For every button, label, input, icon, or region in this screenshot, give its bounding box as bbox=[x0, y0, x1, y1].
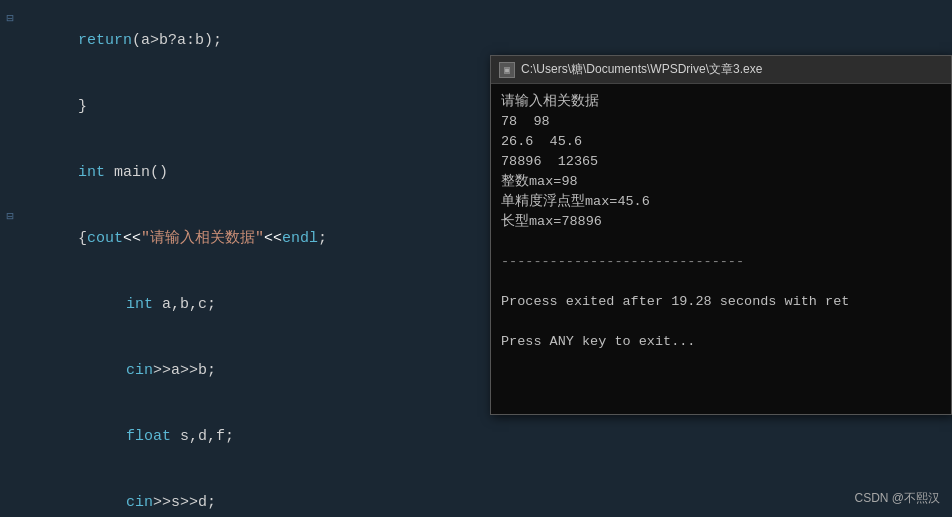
terminal-output-line: 78 98 bbox=[501, 112, 941, 132]
terminal-icon bbox=[499, 62, 515, 78]
terminal-output-line: 请输入相关数据 bbox=[501, 92, 941, 112]
terminal-divider-line: ------------------------------ bbox=[501, 252, 941, 272]
code-text: main() bbox=[114, 164, 168, 181]
terminal-output-line: 整数max=98 bbox=[501, 172, 941, 192]
string: "请输入相关数据" bbox=[141, 230, 264, 247]
terminal-output-line: Press ANY key to exit... bbox=[501, 332, 941, 352]
keyword: endl bbox=[282, 230, 318, 247]
keyword: cin bbox=[126, 494, 153, 511]
terminal-body: 请输入相关数据 78 98 26.6 45.6 78896 12365 整数ma… bbox=[491, 84, 951, 414]
terminal-window: C:\Users\糖\Documents\WPSDrive\文章3.exe 请输… bbox=[490, 55, 952, 415]
code-line: cin>>s>>d; bbox=[0, 470, 952, 517]
terminal-output-line: 长型max=78896 bbox=[501, 212, 941, 232]
terminal-output-line bbox=[501, 312, 941, 332]
keyword: return bbox=[78, 32, 132, 49]
watermark: CSDN @不熙汉 bbox=[854, 490, 940, 507]
terminal-title: C:\Users\糖\Documents\WPSDrive\文章3.exe bbox=[521, 61, 762, 78]
keyword: cin bbox=[126, 362, 153, 379]
terminal-output-line: 单精度浮点型max=45.6 bbox=[501, 192, 941, 212]
terminal-output-line: 26.6 45.6 bbox=[501, 132, 941, 152]
code-text: (a>b?a:b); bbox=[132, 32, 222, 49]
terminal-output-line: Process exited after 19.28 seconds with … bbox=[501, 292, 941, 312]
code-text: >>a>>b; bbox=[153, 362, 216, 379]
terminal-titlebar: C:\Users\糖\Documents\WPSDrive\文章3.exe bbox=[491, 56, 951, 84]
operator: << bbox=[264, 230, 282, 247]
code-text: } bbox=[78, 98, 87, 115]
terminal-divider-line bbox=[501, 232, 941, 252]
keyword: cout bbox=[87, 230, 123, 247]
code-text: ; bbox=[318, 230, 327, 247]
line-gutter: ⊟ bbox=[0, 8, 20, 30]
operator: << bbox=[123, 230, 141, 247]
terminal-output-line bbox=[501, 272, 941, 292]
keyword: float bbox=[126, 428, 180, 445]
code-content: cin>>s>>d; bbox=[20, 470, 952, 517]
code-text: s,d,f; bbox=[180, 428, 234, 445]
code-text: >>s>>d; bbox=[153, 494, 216, 511]
keyword: int bbox=[126, 296, 162, 313]
line-gutter: ⊟ bbox=[0, 206, 20, 228]
code-text: { bbox=[78, 230, 87, 247]
code-text: a,b,c; bbox=[162, 296, 216, 313]
terminal-output-line: 78896 12365 bbox=[501, 152, 941, 172]
keyword: int bbox=[78, 164, 114, 181]
